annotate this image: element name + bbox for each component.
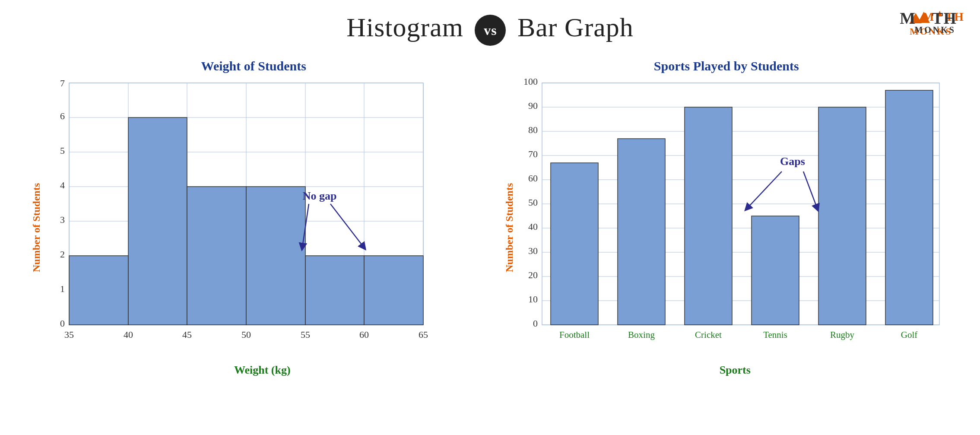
- bar-graph-area: Number of Students: [499, 79, 955, 377]
- svg-text:65: 65: [419, 329, 428, 340]
- svg-text:100: 100: [523, 79, 538, 87]
- bargraph-svg: 0 10 20 30 40 50 60 70 80 90 100 Footbal…: [516, 79, 948, 359]
- svg-text:80: 80: [528, 124, 538, 135]
- svg-text:50: 50: [528, 197, 538, 208]
- svg-rect-73: [885, 90, 933, 325]
- svg-text:Boxing: Boxing: [628, 330, 655, 340]
- svg-text:Gaps: Gaps: [780, 155, 805, 168]
- logo-triangle: [918, 12, 930, 23]
- svg-text:7: 7: [60, 79, 65, 89]
- title-text-2: Bar Graph: [510, 13, 633, 42]
- svg-text:Tennis: Tennis: [763, 330, 787, 340]
- svg-text:50: 50: [241, 329, 251, 340]
- histogram-svg: 0 1 2 3 4 5 6 7 35 40 45 50 55 60 65: [43, 79, 432, 359]
- svg-rect-65: [618, 139, 665, 325]
- svg-text:1: 1: [60, 283, 65, 294]
- svg-rect-63: [551, 163, 598, 325]
- svg-rect-67: [685, 107, 732, 325]
- svg-text:2: 2: [60, 249, 65, 260]
- histogram-area: Number of Students: [26, 79, 482, 377]
- bar-graph-inner: 0 10 20 30 40 50 60 70 80 90 100 Footbal…: [516, 79, 955, 377]
- svg-text:6: 6: [60, 111, 65, 121]
- svg-rect-35: [305, 256, 364, 325]
- vs-badge: vs: [475, 15, 506, 46]
- svg-text:55: 55: [301, 329, 310, 340]
- bar-graph-wrapper: Sports Played by Students Number of Stud…: [499, 59, 955, 377]
- svg-text:5: 5: [60, 145, 65, 156]
- svg-rect-32: [128, 117, 187, 325]
- page-title: Histogram vs Bar Graph: [0, 0, 980, 46]
- svg-text:40: 40: [528, 221, 538, 232]
- svg-text:90: 90: [528, 100, 538, 111]
- svg-text:3: 3: [60, 214, 65, 225]
- svg-rect-31: [69, 256, 128, 325]
- svg-text:0: 0: [60, 318, 65, 329]
- bar-graph-y-label: Number of Students: [499, 79, 516, 377]
- histogram-title: Weight of Students: [26, 59, 482, 73]
- bar-graph-title: Sports Played by Students: [499, 59, 955, 73]
- svg-text:60: 60: [359, 329, 369, 340]
- svg-text:20: 20: [528, 270, 538, 280]
- svg-rect-34: [246, 187, 305, 325]
- svg-text:70: 70: [528, 149, 538, 159]
- svg-text:Football: Football: [559, 330, 589, 340]
- charts-container: Weight of Students Number of Students: [0, 46, 980, 377]
- svg-text:60: 60: [528, 173, 538, 184]
- svg-text:45: 45: [182, 329, 192, 340]
- svg-text:Golf: Golf: [901, 330, 917, 340]
- histogram-x-label: Weight (kg): [43, 364, 482, 377]
- histogram-y-label: Number of Students: [26, 79, 43, 377]
- svg-text:4: 4: [60, 180, 65, 191]
- svg-rect-33: [187, 187, 246, 325]
- bar-graph-x-label: Sports: [516, 364, 955, 377]
- histogram-inner: 0 1 2 3 4 5 6 7 35 40 45 50 55 60 65: [43, 79, 482, 377]
- svg-text:Rugby: Rugby: [830, 330, 854, 340]
- svg-text:35: 35: [64, 329, 74, 340]
- logo-monks: MONKS: [914, 25, 956, 35]
- svg-text:30: 30: [528, 245, 538, 256]
- svg-text:0: 0: [533, 318, 538, 329]
- svg-text:40: 40: [124, 329, 133, 340]
- svg-rect-69: [752, 216, 799, 325]
- logo-text: M: [900, 9, 916, 28]
- svg-rect-36: [364, 256, 423, 325]
- title-text-1: Histogram: [346, 13, 470, 42]
- svg-rect-71: [818, 107, 866, 325]
- histogram-wrapper: Weight of Students Number of Students: [26, 59, 482, 377]
- svg-text:10: 10: [528, 294, 538, 305]
- svg-text:No gap: No gap: [303, 190, 337, 202]
- svg-text:Cricket: Cricket: [695, 330, 722, 340]
